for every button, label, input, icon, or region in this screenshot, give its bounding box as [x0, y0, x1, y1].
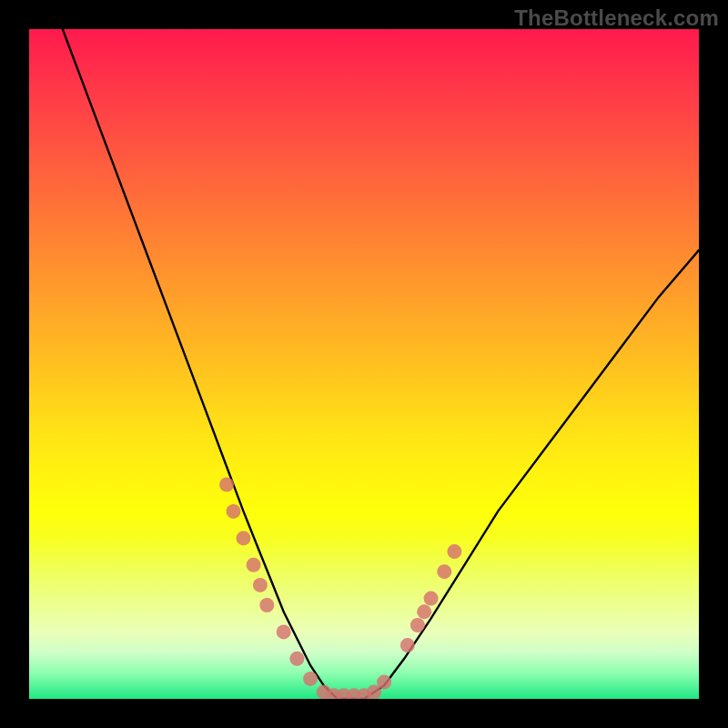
data-point [437, 564, 451, 579]
data-markers [219, 478, 461, 700]
data-point [237, 531, 251, 545]
bottleneck-curve [63, 29, 699, 699]
data-point [277, 624, 291, 639]
data-point [447, 544, 461, 559]
watermark-text: TheBottleneck.com [514, 5, 719, 31]
data-point [417, 604, 431, 619]
data-point [219, 478, 234, 492]
data-point [377, 675, 391, 690]
data-point [253, 578, 268, 592]
data-point [410, 618, 425, 632]
data-point [424, 592, 439, 606]
plot-area [29, 29, 699, 699]
data-point [289, 652, 304, 666]
data-point [259, 598, 274, 612]
data-point [227, 504, 241, 519]
chart-frame: TheBottleneck.com [0, 0, 728, 728]
data-point [303, 672, 318, 686]
data-point [400, 638, 415, 652]
data-point [247, 558, 261, 572]
chart-svg [29, 29, 699, 699]
